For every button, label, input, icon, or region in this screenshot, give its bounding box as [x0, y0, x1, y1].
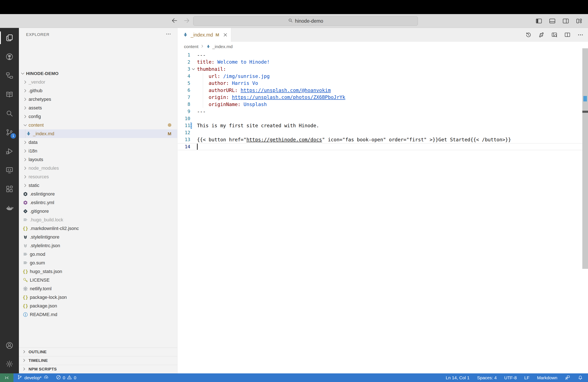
tree-item-go-sum[interactable]: go.sum — [19, 258, 177, 267]
open-changes-icon[interactable] — [538, 31, 545, 39]
tree-item-label: layouts — [29, 157, 43, 162]
activity-bar-docs-icon[interactable] — [0, 86, 19, 103]
tree-item-content[interactable]: content — [19, 121, 177, 129]
activity-bar-remote-explorer-icon[interactable] — [0, 161, 19, 179]
activity-bar-source-control-icon[interactable]: 1 — [0, 124, 19, 141]
activity-bar-run-debug-icon[interactable] — [0, 142, 19, 160]
remote-indicator[interactable] — [0, 373, 13, 382]
tree-item--index-md[interactable]: _index.mdM — [19, 129, 177, 138]
tree-item-assets[interactable]: assets — [19, 104, 177, 112]
tree-item-readme-md[interactable]: README.md — [19, 310, 177, 319]
tree-item--eslintrc-yml[interactable]: .eslintrc.yml — [19, 198, 177, 207]
tree-item--eslintignore[interactable]: .eslintignore — [19, 190, 177, 198]
code-line-8[interactable]: 8 originName: Unsplash — [178, 101, 588, 108]
tree-item-i18n[interactable]: i18n — [19, 147, 177, 155]
code-line-14[interactable]: 14 — [178, 143, 588, 150]
line-content: {{< button href="https://gethinode.com/d… — [197, 136, 511, 143]
breadcrumb-folder[interactable]: content — [184, 44, 198, 49]
scrollbar[interactable] — [582, 48, 588, 269]
breadcrumb-file[interactable]: _index.md — [212, 44, 233, 49]
activity-bar-extensions-icon[interactable] — [0, 180, 19, 198]
status-language-mode[interactable]: Markdown — [537, 375, 557, 380]
tree-item-license[interactable]: LICENSE — [19, 276, 177, 284]
tree-item--gitignore[interactable]: .gitignore — [19, 207, 177, 215]
code-line-13[interactable]: 13{{< button href="https://gethinode.com… — [178, 136, 588, 143]
code-line-9[interactable]: 9--- — [178, 108, 588, 115]
more-actions-icon[interactable] — [577, 31, 584, 39]
tree-item--markdownlint-cli2-jsonc[interactable]: {}.markdownlint-cli2.jsonc — [19, 224, 177, 233]
explorer-sidebar: EXPLORER HINODE-DEMO_vendor.githubarchet… — [19, 28, 177, 373]
code-line-4[interactable]: 4 url: /img/sunrise.jpg — [178, 73, 588, 80]
tree-item-label: content — [29, 123, 44, 128]
tree-item--vendor[interactable]: _vendor — [19, 78, 177, 86]
navigate-back-icon[interactable] — [171, 17, 178, 25]
feedback-icon[interactable] — [565, 375, 570, 380]
panel-npm-scripts[interactable]: NPM SCRIPTS — [19, 365, 177, 373]
tree-item-go-mod[interactable]: go.mod — [19, 250, 177, 258]
tree-item-package-json[interactable]: {}package.json — [19, 301, 177, 310]
tree-item-hinode-demo[interactable]: HINODE-DEMO — [19, 69, 177, 78]
activity-bar-search-icon[interactable] — [0, 105, 19, 122]
code-line-3[interactable]: 3thumbnail: — [178, 65, 588, 73]
open-preview-icon[interactable] — [551, 31, 558, 39]
split-editor-icon[interactable] — [564, 31, 571, 39]
tree-item-data[interactable]: data — [19, 138, 177, 147]
activity-bar-github-icon[interactable] — [0, 48, 19, 65]
toggle-panel-icon[interactable] — [548, 17, 556, 25]
code-line-2[interactable]: 2title: Welcome to Hinode! — [178, 59, 588, 66]
code-line-10[interactable]: 10 — [178, 115, 588, 122]
activity-bar-settings-icon[interactable] — [0, 355, 19, 373]
panel-timeline[interactable]: TIMELINE — [19, 356, 177, 365]
tree-item--github[interactable]: .github — [19, 86, 177, 95]
code-line-1[interactable]: 1--- — [178, 51, 588, 59]
activity-bar-explorer-icon[interactable] — [0, 29, 19, 47]
code-line-11[interactable]: 11This is my first site created with Hin… — [178, 122, 588, 129]
timeline-history-icon[interactable] — [525, 31, 532, 39]
tree-item--hugo-build-lock[interactable]: .hugo_build.lock — [19, 215, 177, 224]
scm-badge: 1 — [10, 133, 16, 139]
tree-item-resources[interactable]: resources — [19, 172, 177, 181]
tree-item--stylelintrc-json[interactable]: .stylelintrc.json — [19, 241, 177, 250]
status-encoding[interactable]: UTF-8 — [504, 375, 517, 380]
tree-item-static[interactable]: static — [19, 181, 177, 190]
notifications-bell-icon[interactable] — [578, 375, 583, 380]
tree-item-label: .github — [29, 88, 42, 93]
code-editor[interactable]: 1---2title: Welcome to Hinode!3thumbnail… — [178, 51, 588, 150]
panel-outline[interactable]: OUTLINE — [19, 348, 177, 356]
text-cursor — [197, 144, 198, 150]
tree-item--stylelintignore[interactable]: .stylelintignore — [19, 233, 177, 241]
problems-status[interactable]: 0 0 — [56, 375, 76, 381]
command-center-text: hinode-demo — [295, 18, 323, 24]
activity-bar-docker-icon[interactable] — [0, 199, 19, 217]
tree-item-label: static — [29, 183, 39, 188]
code-line-6[interactable]: 6 authorURL: https://unsplash.com/@hoanv… — [178, 87, 588, 94]
tree-item-netlify-toml[interactable]: netlify.toml — [19, 284, 177, 293]
tree-item-label: .eslintrc.yml — [30, 200, 54, 205]
tree-item-node-modules[interactable]: node_modules — [19, 164, 177, 172]
tree-item-config[interactable]: config — [19, 112, 177, 121]
warning-icon — [67, 375, 72, 381]
activity-bar-account-icon[interactable] — [0, 337, 19, 354]
tree-item-package-lock-json[interactable]: {}package-lock.json — [19, 293, 177, 301]
code-line-7[interactable]: 7 origin: https://unsplash.com/photos/ZX… — [178, 94, 588, 101]
explorer-more-actions-icon[interactable] — [166, 31, 171, 38]
gutter — [190, 80, 197, 87]
activity-bar-references-icon[interactable] — [0, 67, 19, 85]
command-center-search[interactable]: hinode-demo — [193, 16, 418, 26]
toggle-primary-sidebar-icon[interactable] — [535, 17, 543, 25]
tree-item-hugo-stats-json[interactable]: {}hugo_stats.json — [19, 267, 177, 276]
status-cursor-position[interactable]: Ln 14, Col 1 — [446, 375, 469, 380]
tab-index-md[interactable]: _index.md M — [178, 28, 231, 42]
code-line-5[interactable]: 5 author: Harris Vo — [178, 80, 588, 87]
close-tab-icon[interactable] — [223, 32, 228, 38]
line-number: 3 — [178, 66, 190, 72]
tree-item-archetypes[interactable]: archetypes — [19, 95, 177, 104]
tree-item-layouts[interactable]: layouts — [19, 155, 177, 164]
status-indentation[interactable]: Spaces: 4 — [477, 375, 497, 380]
code-line-12[interactable]: 12 — [178, 129, 588, 136]
git-branch-status[interactable]: develop* — [17, 375, 49, 381]
status-eol[interactable]: LF — [524, 375, 530, 380]
customize-layout-icon[interactable] — [575, 17, 583, 25]
toggle-secondary-sidebar-icon[interactable] — [562, 17, 570, 25]
navigate-forward-icon[interactable] — [183, 17, 190, 25]
